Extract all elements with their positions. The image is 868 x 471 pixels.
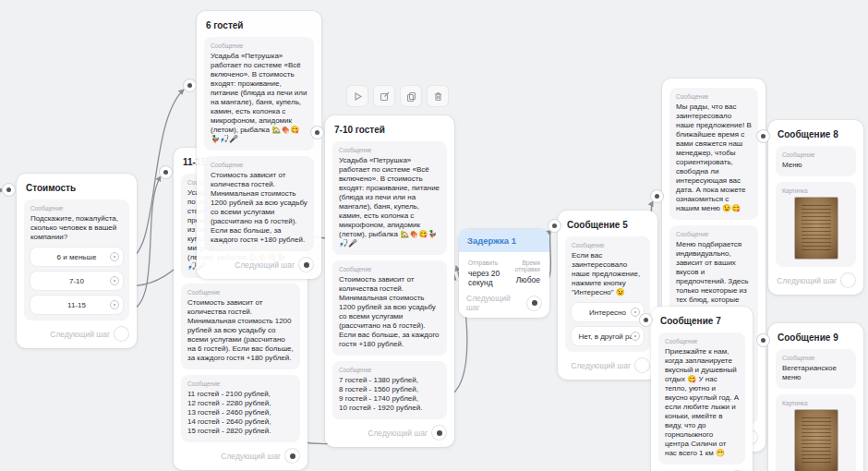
node-title: 6 гостей — [206, 20, 312, 30]
button-out-port[interactable] — [631, 308, 640, 317]
button-out-port[interactable] — [110, 300, 119, 309]
node-message-8[interactable]: Сообщение 8 Сообщение Меню Картинка След… — [768, 120, 863, 295]
next-step: Следующий шаг — [204, 258, 314, 272]
play-icon[interactable] — [347, 86, 368, 106]
reply-button-7-10[interactable]: 7-10 — [30, 272, 123, 290]
node-stoimost[interactable]: Стоимость Сообщение Подскажите, пожалуйс… — [17, 174, 137, 348]
message-block: Сообщение Меню — [776, 146, 856, 176]
node-title: Сообщение 9 — [778, 332, 854, 343]
next-step-port[interactable] — [527, 296, 541, 310]
next-step-port[interactable] — [115, 327, 128, 341]
next-step-port[interactable] — [299, 258, 313, 272]
delay-send-field: Отправить через 20 секунд — [468, 260, 509, 287]
message-block: Сообщение Стоимость зависит от количеств… — [181, 284, 300, 369]
trash-icon[interactable] — [428, 86, 448, 106]
input-port-guests-7-10[interactable] — [311, 127, 323, 139]
node-message-9[interactable]: Сообщение 9 Сообщение Вегетарианское мен… — [768, 323, 863, 471]
menu-image — [795, 198, 838, 259]
message-block: Сообщение Усадьба «Петрушка» работает по… — [332, 141, 447, 255]
reply-button-6-or-less[interactable]: 6 и меньше — [30, 248, 123, 266]
message-block: Сообщение Приезжайте к нам, когда заплан… — [658, 332, 745, 465]
button-out-port[interactable] — [110, 252, 119, 261]
image-block: Картинка — [776, 182, 856, 267]
reply-button-11-15[interactable]: 11-15 — [30, 296, 123, 314]
node-guests-7-10[interactable]: 7-10 гостей Сообщение Усадьба «Петрушка»… — [325, 115, 454, 447]
next-step: Следующий шаг — [24, 327, 129, 341]
node-title: Сообщение 8 — [778, 129, 854, 139]
veg-menu-image — [795, 410, 838, 471]
delay-time-field: Время отправки Любое — [509, 260, 540, 287]
node-delay[interactable]: Задержка 1 Отправить через 20 секунд Вре… — [459, 229, 549, 318]
reply-button-interesno[interactable]: Интересно — [572, 303, 644, 321]
next-step: Следующий шаг — [181, 449, 300, 463]
message-block: Сообщение Подскажите, пожалуйста, скольк… — [24, 199, 129, 320]
next-step-port[interactable] — [432, 426, 446, 440]
next-step: Следующий шаг — [776, 273, 856, 287]
node-title: Сообщение 5 — [567, 220, 648, 230]
node-message-5[interactable]: Сообщение 5 Сообщение Если вас заинтерес… — [558, 211, 657, 380]
node-title: Сообщение 7 — [660, 316, 743, 326]
message-block: Сообщение Мы рады, что вас заинтересовал… — [669, 88, 758, 220]
delay-node-title: Задержка 1 — [459, 229, 549, 252]
node-toolbar — [347, 86, 448, 106]
button-out-port[interactable] — [110, 276, 119, 285]
input-port-message-8[interactable] — [757, 130, 769, 142]
input-port-stoimost[interactable] — [3, 184, 15, 196]
message-block: Сообщение Стоимость зависит от количеств… — [204, 156, 314, 251]
edit-icon[interactable] — [374, 86, 394, 106]
message-block: Сообщение Стоимость зависит от количеств… — [332, 260, 447, 356]
message-block: Сообщение Вегетарианское меню — [776, 349, 856, 389]
node-title: Стоимость — [26, 183, 127, 193]
flow-canvas[interactable]: 11-15 гостей Сообщение Усадьба «Петрушка… — [0, 0, 868, 471]
input-port-guests-11-15[interactable] — [160, 166, 172, 178]
input-port-guests-6[interactable] — [184, 79, 196, 91]
node-message-7[interactable]: Сообщение 7 Сообщение Приезжайте к нам, … — [651, 307, 753, 471]
copy-icon[interactable] — [401, 86, 421, 106]
input-port-message-9[interactable] — [757, 334, 769, 346]
node-guests-6[interactable]: 6 гостей Сообщение Усадьба «Петрушка» ра… — [197, 11, 321, 279]
input-port-message-6[interactable] — [651, 190, 663, 202]
node-title: 7-10 гостей — [334, 125, 445, 135]
delay-fields: Отправить через 20 секунд Время отправки… — [466, 260, 542, 287]
message-block: Сообщение Если вас заинтересовало наше п… — [565, 236, 650, 352]
message-block: Сообщение Усадьба «Петрушка» работает по… — [204, 37, 314, 151]
input-port-message-7[interactable] — [640, 314, 652, 326]
next-step: Следующий шаг — [332, 426, 447, 440]
button-out-port[interactable] — [631, 332, 640, 341]
next-step: Следующий шаг — [565, 358, 650, 372]
input-port-message-5[interactable] — [549, 220, 561, 232]
image-block: Картинка — [776, 394, 856, 471]
next-step: Следующий шаг — [466, 294, 542, 312]
next-step-port[interactable] — [285, 449, 299, 463]
message-block: Сообщение 7 гостей - 1380 рублей, 8 гост… — [332, 361, 447, 419]
next-step-port[interactable] — [841, 273, 855, 287]
next-step-port[interactable] — [635, 358, 649, 372]
reply-button-net[interactable]: Нет, в другой раз — [572, 327, 644, 345]
message-block: Сообщение 11 гостей - 2100 рублей, 12 го… — [181, 375, 300, 442]
